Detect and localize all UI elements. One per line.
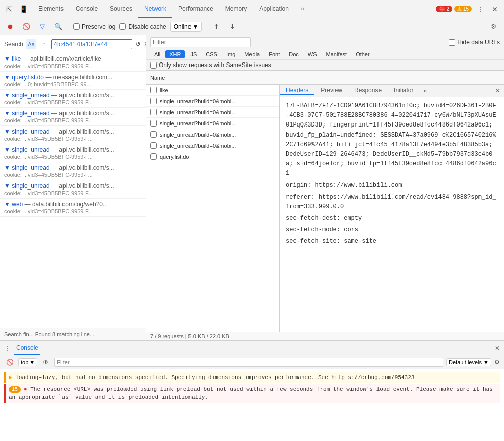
tab-console[interactable]: Console [70, 0, 104, 18]
tab-headers[interactable]: Headers [280, 87, 314, 95]
filter-input[interactable] [150, 37, 251, 47]
samesite-checkbox[interactable] [150, 62, 157, 69]
tab-network[interactable]: Network [138, 0, 172, 18]
hide-data-urls-checkbox[interactable] [449, 39, 455, 46]
console-toolbar: ⋮ Console ✕ [0, 341, 504, 355]
table-row[interactable]: single_unread?build=0&mobi... [146, 140, 279, 151]
message-count-badge: 15 [9, 386, 21, 393]
row-checkbox[interactable] [150, 98, 157, 104]
device-toggle-icon[interactable]: 📱 [16, 2, 30, 16]
console-eye-icon[interactable]: 👁 [40, 357, 51, 368]
request-detail: cookie: ...vid3=45DB5BFC-9959-F... [4, 99, 142, 105]
console-secondary-toolbar: 🚫 top ▼ 👁 Default levels ▼ ⚙ [0, 355, 504, 369]
close-headers-btn[interactable]: ✕ [492, 85, 504, 97]
disable-cache-label[interactable]: Disable cache [119, 23, 166, 30]
samesite-label[interactable]: Only show requests with SameSite issues [150, 61, 271, 69]
case-sensitive-btn[interactable]: Aa [26, 39, 36, 49]
more-options-icon[interactable]: ⋮ [474, 2, 488, 16]
table-row[interactable]: like [146, 85, 279, 96]
tab-performance[interactable]: Performance [172, 0, 219, 18]
header-line: origin: https://www.bilibili.com [286, 181, 498, 191]
filter-chip-manifest[interactable]: Manifest [322, 50, 351, 58]
table-row[interactable]: single_unread?build=0&mobi... [146, 129, 279, 140]
dock-icon[interactable]: ⇱ [2, 2, 16, 16]
console-settings-icon[interactable]: ⚙ [494, 359, 500, 366]
row-name: single_unread?build=0&mobi... [160, 98, 236, 104]
tab-sources[interactable]: Sources [104, 0, 138, 18]
warning-icon: ▶ [9, 374, 15, 381]
tab-initiator[interactable]: Initiator [388, 87, 419, 95]
request-item[interactable]: ▼ query.list.do — message.bilibili.com..… [0, 72, 146, 90]
filter-chip-ws[interactable]: WS [304, 50, 321, 58]
request-item[interactable]: ▼ web — data.bilibili.com/log/web?0... c… [0, 199, 146, 217]
filter-chip-js[interactable]: JS [186, 50, 201, 58]
filter-chip-all[interactable]: All [150, 50, 164, 58]
request-name: ▼ single_unread — api.vc.bilibili.com/s.… [4, 164, 142, 171]
filter-chip-media[interactable]: Media [240, 50, 264, 58]
close-console-btn[interactable]: ✕ [495, 345, 500, 352]
regex-btn[interactable]: .* [38, 39, 48, 49]
left-panel: Search Aa .* ↺ ✕ ▼ like — api.bilibili.c… [0, 35, 146, 340]
import-icon[interactable]: ⬆ [210, 21, 222, 33]
clear-button[interactable]: 🚫 [20, 21, 32, 33]
request-item[interactable]: ▼ single_unread — api.vc.bilibili.com/s.… [0, 126, 146, 144]
row-checkbox[interactable] [150, 131, 157, 138]
tab-more-btn[interactable]: » [419, 87, 431, 95]
tab-application[interactable]: Application [253, 0, 295, 18]
console-ban-icon[interactable]: 🚫 [4, 357, 15, 368]
request-item[interactable]: ▼ single_unread — api.vc.bilibili.com/s.… [0, 162, 146, 180]
error-icon: ● [24, 386, 30, 392]
row-checkbox[interactable] [150, 142, 157, 149]
filter-chip-font[interactable]: Font [265, 50, 284, 58]
tab-response[interactable]: Response [348, 87, 388, 95]
search-input[interactable] [51, 39, 132, 49]
console-filter-input[interactable] [54, 358, 443, 367]
table-row[interactable]: query.list.do [146, 151, 279, 162]
table-row[interactable]: single_unread?build=0&mobi... [146, 118, 279, 129]
levels-select[interactable]: Default levels ▼ [446, 358, 491, 366]
filter-chip-xhr[interactable]: XHR [165, 50, 185, 58]
preserve-log-label[interactable]: Preserve log [73, 23, 115, 30]
row-checkbox[interactable] [150, 109, 157, 115]
refresh-search-btn[interactable]: ↺ [135, 38, 141, 50]
preserve-log-checkbox[interactable] [73, 23, 80, 30]
search-button[interactable]: 🔍 [52, 21, 65, 33]
request-detail: cookie: ...vid3=45DB5BFC-9959-F... [4, 136, 142, 142]
tab-memory[interactable]: Memory [219, 0, 253, 18]
filter-button[interactable]: ▽ [36, 21, 48, 33]
hide-data-urls-label[interactable]: Hide data URLs [449, 39, 500, 46]
filter-chip-other[interactable]: Other [352, 50, 374, 58]
throttle-select[interactable]: Online ▼ [170, 22, 202, 32]
console-tab[interactable]: Console [14, 341, 40, 355]
disable-cache-checkbox[interactable] [119, 23, 126, 30]
settings-icon[interactable]: ⚙ [488, 21, 500, 33]
network-status-bar: 7 / 9 requests | 5.0 KB / 22.0 KB [146, 332, 504, 340]
tab-elements[interactable]: Elements [32, 0, 70, 18]
table-row[interactable]: single_unread?build=0&mobi... [146, 107, 279, 118]
split-area: like single_unread?build=0&mobi... singl… [146, 85, 504, 332]
row-checkbox[interactable] [150, 120, 157, 127]
record-button[interactable]: ⏺ [4, 21, 16, 33]
request-item[interactable]: ▼ single_unread — api.vc.bilibili.com/s.… [0, 108, 146, 126]
request-detail: cookie: ...vid3=45DB5BFC-9959-F... [4, 208, 142, 214]
tab-preview[interactable]: Preview [314, 87, 348, 95]
request-item[interactable]: ▼ like — api.bilibili.com/x/article/like… [0, 53, 146, 72]
close-icon[interactable]: ✕ [488, 2, 502, 16]
table-row[interactable]: single_unread?build=0&mobi... [146, 96, 279, 107]
filter-chip-doc[interactable]: Doc [285, 50, 303, 58]
context-selector[interactable]: top ▼ [18, 358, 37, 366]
header-line: referer: https://www.bilibili.com/read/c… [286, 193, 498, 212]
request-item[interactable]: ▼ single_unread — api.vc.bilibili.com/s.… [0, 180, 146, 199]
search-status: Search fin... Found 8 matching line... [0, 328, 146, 340]
filter-chip-img[interactable]: Img [222, 50, 239, 58]
export-icon[interactable]: ⬇ [226, 21, 238, 33]
filter-chip-css[interactable]: CSS [202, 50, 221, 58]
request-item[interactable]: ▼ single_unread — api.vc.bilibili.com/s.… [0, 144, 146, 162]
headers-panel: 17E-BAEB=/F1Z-1CD919A61CBB794361nf0c; bu… [280, 97, 504, 332]
separator2 [206, 22, 206, 32]
row-checkbox[interactable] [150, 87, 157, 93]
tab-more[interactable]: » [295, 0, 310, 18]
request-detail: cookie: ...vid3=45DB5BFC-9959-F... [4, 63, 142, 69]
request-item[interactable]: ▼ single_unread — api.vc.bilibili.com/s.… [0, 90, 146, 108]
row-checkbox[interactable] [150, 153, 157, 160]
